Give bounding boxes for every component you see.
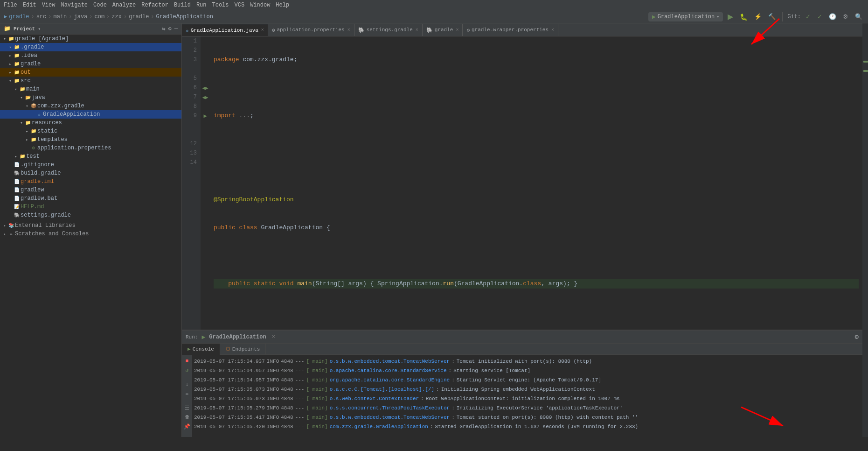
tab-gradle-close[interactable]: × [456,28,458,33]
git-checkmark2[interactable]: ✓ [815,12,824,21]
tree-root[interactable]: ▾ 📁 gradle [Agradle] [0,35,181,43]
rerun-btn[interactable]: ↺ [183,366,191,374]
tree-item-resources[interactable]: ▾ 📁 resources [0,119,181,127]
log-sep2-7: : [451,413,455,422]
sidebar-collapse-btn[interactable]: ⇆ [162,25,165,32]
tab-settingsgradle-close[interactable]: × [416,28,418,33]
sidebar-dropdown-icon[interactable]: ▾ [38,26,41,32]
menu-tools[interactable]: Tools [212,2,229,8]
debug-button[interactable]: 🐛 [738,12,750,21]
menu-run[interactable]: Run [196,2,207,8]
settings-button[interactable]: ⚙ [841,12,850,21]
log-line-8: 2019-05-07 17:15:05.420 INFO 4848 --- [ … [192,422,862,431]
tree-item-buildgradle[interactable]: ▸ 🐘 build.gradle [0,169,181,177]
tree-item-gradle[interactable]: ▸ 📁 gradle [0,60,181,68]
menu-window[interactable]: Window [250,2,270,8]
run-tab-close[interactable]: × [272,334,275,340]
tree-item-extlibs[interactable]: ▸ 📚 External Libraries [0,221,181,230]
git-checkmark1[interactable]: ✓ [804,12,812,21]
endpoints-tab[interactable]: ⬡ Endpoints [220,344,266,355]
menu-view[interactable]: View [42,2,56,8]
tab-gradleapp[interactable]: ☕ GradleApplication.java × [182,24,268,36]
tab-appprops-close[interactable]: × [347,28,350,33]
run-button[interactable]: ▶ [726,11,735,22]
pin-btn[interactable]: 📌 [183,422,191,430]
breadcrumb: ▶ gradle › src › main › java › com › zzx… [4,13,213,20]
log-sep-8: --- [295,423,305,431]
tree-item-templates[interactable]: ▸ 📁 templates [0,135,181,144]
tree-item-gitignore[interactable]: ▸ 📄 .gitignore [0,161,181,169]
console-tab[interactable]: ▶ Console [182,344,220,355]
tree-item-java[interactable]: ▾ 📂 java [0,93,181,102]
idea-label: .idea [21,52,37,59]
tree-item-settingsgradle[interactable]: ▸ 🐘 settings.gradle [0,211,181,219]
tab-gradlewrapper[interactable]: ⚙ gradle-wrapper.properties × [463,24,558,36]
scroll-end-btn[interactable]: ↓ [183,380,191,388]
tree-item-test[interactable]: ▸ 📁 test [0,152,181,161]
sidebar-hide-btn[interactable]: — [174,25,178,32]
build-button[interactable]: 🔨 [766,12,778,21]
run-label: Run: [186,334,198,340]
log-class-5: o.s.web.context.ContextLoader [330,395,419,403]
log-ts-4: 2019-05-07 17:15:05.073 [194,385,265,394]
log-line-6: 2019-05-07 17:15:05.279 INFO 4848 --- [ … [192,403,862,413]
log-ts-2: 2019-05-07 17:15:04.957 [194,366,265,375]
tree-item-gradle-folder[interactable]: ▾ 📁 .gradle [0,43,181,51]
run-settings-btn[interactable]: ⚙ [855,333,859,341]
menu-refactor[interactable]: Refactor [141,2,168,8]
scratches-label: Scratches and Consoles [15,231,89,237]
run-line7-icon[interactable]: ◀▶ [201,92,210,102]
tree-item-static[interactable]: ▸ 📁 static [0,127,181,135]
menu-help[interactable]: Help [276,2,289,8]
tree-item-helpmd[interactable]: ▸ 📝 HELP.md [0,203,181,211]
editor-wrapper: ☕ GradleApplication.java × ⚙ application… [182,23,862,437]
static-label: static [37,128,57,134]
run-line6-icon[interactable]: ◀▶ [201,83,210,92]
tree-item-package[interactable]: ▾ 📦 com.zzx.gradle [0,102,181,110]
breadcrumb-app: GradleApplication [156,14,213,20]
tab-gradle[interactable]: 🐘 gradle × [423,24,463,36]
tab-gradle-label: gradle [435,27,453,33]
tree-item-gradleiml[interactable]: ▸ 📄 gradle.iml [0,177,181,186]
code-content[interactable]: package com.zzx.gradle; import ...; @Spr… [210,36,862,330]
run-line9-icon[interactable]: ▶ [201,111,210,120]
search-button[interactable]: 🔍 [853,12,864,21]
tree-item-appprops[interactable]: ▸ ⚙ application.properties [0,144,181,152]
git-clock[interactable]: 🕐 [827,12,838,21]
sidebar-header: 📁 Project ▾ ⇆ ⚙ — [0,23,181,35]
run-config-label[interactable]: GradleApplication [658,14,715,20]
sidebar-gear-btn[interactable]: ⚙ [168,25,172,32]
tree-item-idea[interactable]: ▸ 📁 .idea [0,51,181,60]
run-config-icon: ▶ [652,13,656,21]
filter-btn[interactable]: ☰ [183,403,191,412]
tab-gradleapp-close[interactable]: × [261,28,264,33]
stop-btn[interactable]: ■ [183,357,191,365]
menu-edit[interactable]: Edit [23,2,36,8]
tab-settingsgradle[interactable]: 🐘 settings.gradle × [354,24,423,36]
menu-vcs[interactable]: VCS [235,2,245,8]
tree-item-gradlewbat[interactable]: ▸ 📄 gradlew.bat [0,194,181,203]
console-output[interactable]: 2019-05-07 17:15:04.937 INFO 4848 --- [ … [192,355,862,437]
tree-item-scratches[interactable]: ▸ ✏ Scratches and Consoles [0,230,181,238]
tab-gradlewrapper-close[interactable]: × [551,28,554,33]
tab-gradlewrapper-label: gradle-wrapper.properties [472,27,549,33]
tab-appprops[interactable]: ⚙ application.properties × [268,24,354,36]
coverage-button[interactable]: ⚡ [752,12,764,21]
log-sep-6: --- [295,404,305,412]
code-editor[interactable]: 1 2 3 5 6 7 8 9 12 13 14 [182,36,862,330]
tree-item-gradleapp[interactable]: ▸ ☕ GradleApplication [0,110,181,119]
run-config-arrow[interactable]: ▾ [716,14,719,20]
tree-item-gradlew[interactable]: ▸ 📄 gradlew [0,186,181,194]
menu-build[interactable]: Build [174,2,191,8]
gradleiml-label: gradle.iml [21,178,54,185]
tab-settingsgradle-label: settings.gradle [367,27,413,33]
wrap-btn[interactable]: ⇔ [183,389,191,398]
menu-analyze[interactable]: Analyze [112,2,136,8]
tree-item-out[interactable]: ▸ 📁 out [0,68,181,77]
menu-navigate[interactable]: Navigate [61,2,88,8]
menu-code[interactable]: Code [93,2,107,8]
tree-item-src[interactable]: ▾ 📁 src [0,77,181,85]
tree-item-main[interactable]: ▾ 📁 main [0,85,181,93]
clear-btn[interactable]: 🗑 [183,413,191,421]
menu-file[interactable]: File [4,2,17,8]
